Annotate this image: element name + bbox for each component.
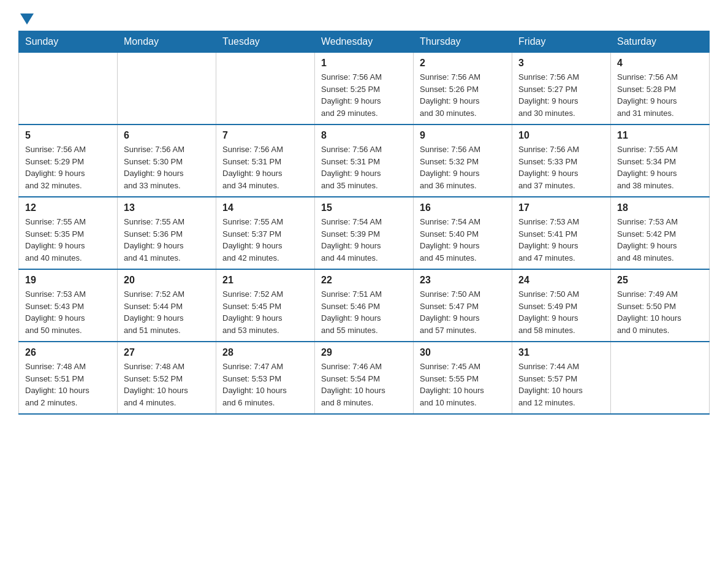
calendar-cell: 10Sunrise: 7:56 AM Sunset: 5:33 PM Dayli…	[512, 124, 611, 197]
day-number: 20	[124, 275, 210, 286]
day-number: 29	[321, 347, 407, 358]
day-info: Sunrise: 7:55 AM Sunset: 5:35 PM Dayligh…	[25, 216, 111, 264]
day-number: 6	[124, 130, 210, 141]
calendar-cell: 4Sunrise: 7:56 AM Sunset: 5:28 PM Daylig…	[611, 53, 710, 125]
calendar-cell: 27Sunrise: 7:48 AM Sunset: 5:52 PM Dayli…	[118, 342, 216, 414]
calendar-cell: 24Sunrise: 7:50 AM Sunset: 5:49 PM Dayli…	[512, 269, 611, 342]
day-info: Sunrise: 7:56 AM Sunset: 5:31 PM Dayligh…	[222, 144, 308, 191]
day-number: 28	[222, 347, 308, 358]
day-number: 22	[321, 275, 407, 286]
day-info: Sunrise: 7:48 AM Sunset: 5:51 PM Dayligh…	[25, 361, 111, 408]
day-info: Sunrise: 7:46 AM Sunset: 5:54 PM Dayligh…	[321, 361, 407, 408]
calendar-cell: 1Sunrise: 7:56 AM Sunset: 5:25 PM Daylig…	[315, 53, 414, 125]
calendar-table: SundayMondayTuesdayWednesdayThursdayFrid…	[18, 31, 710, 415]
day-number: 1	[321, 58, 407, 69]
calendar-week-row: 26Sunrise: 7:48 AM Sunset: 5:51 PM Dayli…	[19, 342, 710, 414]
calendar-cell: 25Sunrise: 7:49 AM Sunset: 5:50 PM Dayli…	[611, 269, 710, 342]
calendar-cell: 19Sunrise: 7:53 AM Sunset: 5:43 PM Dayli…	[19, 269, 118, 342]
calendar-cell: 28Sunrise: 7:47 AM Sunset: 5:53 PM Dayli…	[216, 342, 315, 414]
calendar-cell: 13Sunrise: 7:55 AM Sunset: 5:36 PM Dayli…	[118, 197, 216, 269]
day-number: 12	[25, 202, 111, 213]
calendar-week-row: 19Sunrise: 7:53 AM Sunset: 5:43 PM Dayli…	[19, 269, 710, 342]
page-header	[18, 12, 710, 25]
day-info: Sunrise: 7:56 AM Sunset: 5:33 PM Dayligh…	[518, 144, 604, 191]
day-number: 14	[222, 202, 308, 213]
day-info: Sunrise: 7:56 AM Sunset: 5:32 PM Dayligh…	[420, 144, 506, 191]
weekday-header-thursday: Thursday	[414, 31, 512, 53]
calendar-cell: 30Sunrise: 7:45 AM Sunset: 5:55 PM Dayli…	[414, 342, 512, 414]
day-info: Sunrise: 7:49 AM Sunset: 5:50 PM Dayligh…	[617, 288, 703, 336]
calendar-cell: 22Sunrise: 7:51 AM Sunset: 5:46 PM Dayli…	[315, 269, 414, 342]
day-number: 5	[25, 130, 111, 141]
day-number: 2	[420, 58, 506, 69]
day-number: 18	[617, 202, 703, 213]
day-info: Sunrise: 7:52 AM Sunset: 5:44 PM Dayligh…	[124, 288, 210, 336]
day-info: Sunrise: 7:53 AM Sunset: 5:42 PM Dayligh…	[617, 216, 703, 264]
weekday-header-row: SundayMondayTuesdayWednesdayThursdayFrid…	[19, 31, 710, 53]
calendar-cell	[611, 342, 710, 414]
weekday-header-sunday: Sunday	[19, 31, 118, 53]
day-info: Sunrise: 7:45 AM Sunset: 5:55 PM Dayligh…	[420, 361, 506, 408]
day-number: 3	[518, 58, 604, 69]
weekday-header-friday: Friday	[512, 31, 611, 53]
day-number: 11	[617, 130, 703, 141]
day-info: Sunrise: 7:51 AM Sunset: 5:46 PM Dayligh…	[321, 288, 407, 336]
calendar-cell: 9Sunrise: 7:56 AM Sunset: 5:32 PM Daylig…	[414, 124, 512, 197]
day-number: 8	[321, 130, 407, 141]
day-info: Sunrise: 7:53 AM Sunset: 5:43 PM Dayligh…	[25, 288, 111, 336]
day-number: 17	[518, 202, 604, 213]
day-info: Sunrise: 7:48 AM Sunset: 5:52 PM Dayligh…	[124, 361, 210, 408]
calendar-cell: 17Sunrise: 7:53 AM Sunset: 5:41 PM Dayli…	[512, 197, 611, 269]
day-info: Sunrise: 7:55 AM Sunset: 5:37 PM Dayligh…	[222, 216, 308, 264]
day-number: 7	[222, 130, 308, 141]
logo	[18, 12, 34, 25]
calendar-cell: 29Sunrise: 7:46 AM Sunset: 5:54 PM Dayli…	[315, 342, 414, 414]
calendar-cell: 8Sunrise: 7:56 AM Sunset: 5:31 PM Daylig…	[315, 124, 414, 197]
day-info: Sunrise: 7:50 AM Sunset: 5:47 PM Dayligh…	[420, 288, 506, 336]
day-info: Sunrise: 7:55 AM Sunset: 5:34 PM Dayligh…	[617, 144, 703, 191]
day-number: 13	[124, 202, 210, 213]
day-number: 26	[25, 347, 111, 358]
calendar-week-row: 1Sunrise: 7:56 AM Sunset: 5:25 PM Daylig…	[19, 53, 710, 125]
day-number: 10	[518, 130, 604, 141]
day-info: Sunrise: 7:55 AM Sunset: 5:36 PM Dayligh…	[124, 216, 210, 264]
calendar-week-row: 12Sunrise: 7:55 AM Sunset: 5:35 PM Dayli…	[19, 197, 710, 269]
calendar-cell: 23Sunrise: 7:50 AM Sunset: 5:47 PM Dayli…	[414, 269, 512, 342]
day-number: 31	[518, 347, 604, 358]
calendar-cell: 2Sunrise: 7:56 AM Sunset: 5:26 PM Daylig…	[414, 53, 512, 125]
svg-marker-0	[20, 13, 34, 25]
day-number: 30	[420, 347, 506, 358]
weekday-header-wednesday: Wednesday	[315, 31, 414, 53]
day-info: Sunrise: 7:54 AM Sunset: 5:39 PM Dayligh…	[321, 216, 407, 264]
weekday-header-saturday: Saturday	[611, 31, 710, 53]
calendar-cell: 3Sunrise: 7:56 AM Sunset: 5:27 PM Daylig…	[512, 53, 611, 125]
calendar-cell: 12Sunrise: 7:55 AM Sunset: 5:35 PM Dayli…	[19, 197, 118, 269]
day-number: 9	[420, 130, 506, 141]
calendar-week-row: 5Sunrise: 7:56 AM Sunset: 5:29 PM Daylig…	[19, 124, 710, 197]
logo-arrow-icon	[20, 13, 34, 25]
calendar-cell: 11Sunrise: 7:55 AM Sunset: 5:34 PM Dayli…	[611, 124, 710, 197]
day-info: Sunrise: 7:56 AM Sunset: 5:28 PM Dayligh…	[617, 71, 703, 119]
day-number: 16	[420, 202, 506, 213]
day-info: Sunrise: 7:56 AM Sunset: 5:26 PM Dayligh…	[420, 71, 506, 119]
day-info: Sunrise: 7:56 AM Sunset: 5:30 PM Dayligh…	[124, 144, 210, 191]
calendar-cell: 7Sunrise: 7:56 AM Sunset: 5:31 PM Daylig…	[216, 124, 315, 197]
calendar-cell	[216, 53, 315, 125]
day-number: 23	[420, 275, 506, 286]
calendar-cell	[19, 53, 118, 125]
day-number: 27	[124, 347, 210, 358]
calendar-cell: 15Sunrise: 7:54 AM Sunset: 5:39 PM Dayli…	[315, 197, 414, 269]
calendar-cell: 14Sunrise: 7:55 AM Sunset: 5:37 PM Dayli…	[216, 197, 315, 269]
calendar-cell: 26Sunrise: 7:48 AM Sunset: 5:51 PM Dayli…	[19, 342, 118, 414]
day-info: Sunrise: 7:56 AM Sunset: 5:31 PM Dayligh…	[321, 144, 407, 191]
day-number: 15	[321, 202, 407, 213]
calendar-cell: 18Sunrise: 7:53 AM Sunset: 5:42 PM Dayli…	[611, 197, 710, 269]
calendar-cell: 21Sunrise: 7:52 AM Sunset: 5:45 PM Dayli…	[216, 269, 315, 342]
day-number: 4	[617, 58, 703, 69]
day-info: Sunrise: 7:50 AM Sunset: 5:49 PM Dayligh…	[518, 288, 604, 336]
day-info: Sunrise: 7:53 AM Sunset: 5:41 PM Dayligh…	[518, 216, 604, 264]
calendar-cell: 6Sunrise: 7:56 AM Sunset: 5:30 PM Daylig…	[118, 124, 216, 197]
calendar-cell: 31Sunrise: 7:44 AM Sunset: 5:57 PM Dayli…	[512, 342, 611, 414]
day-info: Sunrise: 7:52 AM Sunset: 5:45 PM Dayligh…	[222, 288, 308, 336]
calendar-cell: 20Sunrise: 7:52 AM Sunset: 5:44 PM Dayli…	[118, 269, 216, 342]
